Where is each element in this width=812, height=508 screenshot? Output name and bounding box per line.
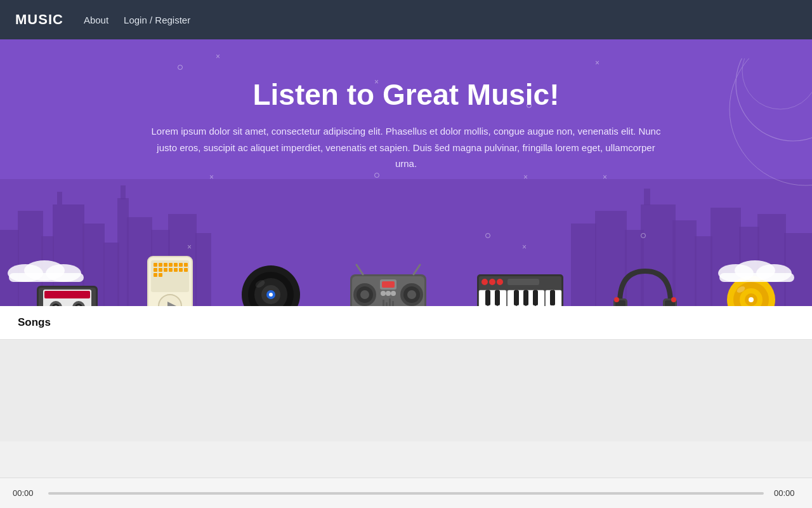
svg-point-114 — [614, 297, 619, 302]
deco-cross-1: × — [216, 52, 220, 61]
svg-point-77 — [407, 290, 416, 299]
svg-rect-58 — [184, 268, 188, 272]
navbar: MUSIC About Login / Register — [0, 0, 812, 39]
svg-line-81 — [414, 265, 420, 274]
svg-rect-105 — [495, 290, 500, 305]
svg-point-84 — [391, 291, 396, 296]
deco-dot-3 — [374, 173, 379, 178]
svg-point-91 — [481, 279, 488, 285]
svg-point-27 — [742, 58, 812, 109]
songs-content-area — [0, 340, 812, 441]
svg-rect-48 — [169, 263, 173, 267]
svg-rect-51 — [184, 263, 188, 267]
svg-rect-108 — [533, 290, 538, 305]
vinyl-record-icon — [241, 265, 301, 306]
deco-cross-8: × — [522, 243, 527, 251]
music-icons-row — [0, 255, 812, 306]
deco-cross-3: × — [595, 58, 599, 67]
svg-rect-107 — [523, 290, 528, 305]
svg-rect-104 — [485, 290, 490, 305]
svg-point-120 — [749, 297, 754, 302]
nav-about[interactable]: About — [84, 15, 108, 25]
svg-rect-52 — [154, 268, 157, 272]
svg-point-74 — [360, 290, 369, 299]
svg-rect-56 — [174, 268, 178, 272]
svg-rect-60 — [159, 273, 162, 277]
nav-links: About Login / Register — [84, 15, 190, 25]
deco-dot-4 — [485, 233, 490, 238]
cloud-right — [717, 253, 806, 287]
svg-rect-31 — [9, 273, 84, 282]
headphones-icon — [610, 262, 680, 306]
hero-section: × × × × × × × × Listen to Great Music! L… — [0, 39, 812, 306]
deco-cross-6: × — [603, 173, 607, 182]
nav-login-register[interactable]: Login / Register — [124, 15, 190, 25]
svg-point-68 — [269, 293, 273, 297]
deco-cross-4: × — [209, 173, 214, 182]
hero-description: Lorem ipsum dolor sit amet, consectetur … — [146, 123, 666, 172]
svg-rect-94 — [508, 279, 539, 285]
boombox-icon — [347, 262, 429, 306]
svg-rect-54 — [164, 268, 167, 272]
svg-rect-85 — [383, 300, 384, 306]
svg-rect-50 — [179, 263, 183, 267]
svg-rect-47 — [164, 263, 167, 267]
svg-point-25 — [736, 58, 812, 141]
svg-rect-87 — [389, 298, 391, 306]
svg-rect-88 — [392, 301, 394, 306]
hero-title: Listen to Great Music! — [252, 77, 559, 112]
svg-rect-55 — [169, 268, 173, 272]
svg-point-93 — [497, 279, 503, 285]
songs-header: Songs — [0, 306, 812, 340]
svg-rect-57 — [179, 268, 183, 272]
songs-title: Songs — [18, 316, 51, 328]
svg-point-83 — [386, 291, 391, 296]
svg-point-115 — [671, 297, 676, 302]
svg-rect-5 — [57, 192, 62, 204]
svg-rect-45 — [154, 263, 157, 267]
deco-cross-5: × — [523, 173, 528, 182]
svg-rect-46 — [159, 263, 162, 267]
svg-rect-49 — [174, 263, 178, 267]
svg-point-92 — [489, 279, 495, 285]
svg-rect-106 — [514, 290, 519, 305]
songs-section: Songs — [0, 306, 812, 441]
svg-rect-79 — [382, 281, 395, 288]
deco-dot-1 — [178, 65, 183, 70]
svg-point-82 — [381, 291, 386, 296]
svg-rect-9 — [121, 185, 126, 199]
svg-rect-86 — [386, 302, 388, 306]
deco-cross-7: × — [187, 243, 192, 251]
piano-keyboard-icon — [476, 268, 565, 306]
brand-logo: MUSIC — [15, 11, 63, 28]
svg-rect-53 — [159, 268, 162, 272]
deco-dot-5 — [641, 233, 646, 238]
ipod-icon — [145, 255, 195, 306]
svg-rect-59 — [154, 273, 157, 277]
svg-point-26 — [730, 58, 812, 185]
svg-line-80 — [357, 265, 363, 274]
svg-rect-125 — [719, 273, 794, 282]
svg-rect-109 — [550, 290, 555, 305]
svg-rect-35 — [44, 291, 90, 298]
cloud-left — [6, 253, 95, 287]
